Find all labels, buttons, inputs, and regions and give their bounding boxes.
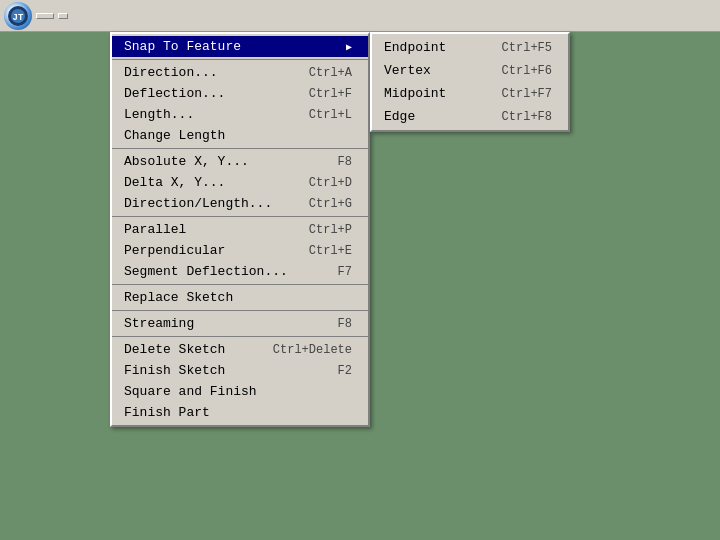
submenu-item-vertex[interactable]: VertexCtrl+F6: [372, 59, 568, 82]
menu-item-delta-x-y-[interactable]: Delta X, Y...Ctrl+D: [112, 172, 368, 193]
menu-item-finish-sketch[interactable]: Finish SketchF2: [112, 360, 368, 381]
menu-item-snap-to-feature[interactable]: Snap To Feature▶: [112, 36, 368, 57]
menu-separator: [112, 148, 368, 149]
top-bar: JT: [0, 0, 720, 32]
menu-item-shortcut: Ctrl+L: [309, 108, 352, 122]
menu-item-shortcut: F2: [338, 364, 352, 378]
menu-item-label: Change Length: [124, 128, 225, 143]
menu-item-label: Direction...: [124, 65, 218, 80]
menu-item-label: Finish Sketch: [124, 363, 225, 378]
submenu-item-midpoint[interactable]: MidpointCtrl+F7: [372, 82, 568, 105]
menu-item-segment-deflection-[interactable]: Segment Deflection...F7: [112, 261, 368, 282]
submenu-item-shortcut: Ctrl+F7: [502, 87, 552, 101]
snap-to-feature-submenu: EndpointCtrl+F5VertexCtrl+F6MidpointCtrl…: [370, 32, 570, 132]
submenu-item-shortcut: Ctrl+F6: [502, 64, 552, 78]
menu-item-shortcut: Ctrl+D: [309, 176, 352, 190]
submenu-item-label: Midpoint: [384, 86, 446, 101]
menu-item-label: Finish Part: [124, 405, 210, 420]
menu-item-label: Direction/Length...: [124, 196, 272, 211]
dropdown-arrow-button[interactable]: [58, 13, 68, 19]
menu-item-label: Length...: [124, 107, 194, 122]
menu-item-label: Replace Sketch: [124, 290, 233, 305]
submenu-item-label: Edge: [384, 109, 415, 124]
menu-item-absolute-x-y-[interactable]: Absolute X, Y...F8: [112, 151, 368, 172]
menu-separator: [112, 216, 368, 217]
submenu-item-shortcut: Ctrl+F5: [502, 41, 552, 55]
menu-item-length-[interactable]: Length...Ctrl+L: [112, 104, 368, 125]
submenu-item-shortcut: Ctrl+F8: [502, 110, 552, 124]
menu-item-shortcut: F7: [338, 265, 352, 279]
menu-item-label: Absolute X, Y...: [124, 154, 249, 169]
app-icon: JT: [4, 2, 32, 30]
menu-item-shortcut: Ctrl+G: [309, 197, 352, 211]
menu-item-square-and-finish[interactable]: Square and Finish: [112, 381, 368, 402]
menu-item-change-length[interactable]: Change Length: [112, 125, 368, 146]
menu-item-shortcut: Ctrl+F: [309, 87, 352, 101]
menu-item-label: Parallel: [124, 222, 186, 237]
menu-item-shortcut: Ctrl+P: [309, 223, 352, 237]
submenu-item-label: Vertex: [384, 63, 431, 78]
menu-item-label: Snap To Feature: [124, 39, 241, 54]
submenu-item-label: Endpoint: [384, 40, 446, 55]
menu-item-label: Delete Sketch: [124, 342, 225, 357]
menu-separator: [112, 284, 368, 285]
submenu-arrow-icon: ▶: [346, 41, 352, 53]
svg-text:JT: JT: [13, 13, 24, 23]
menu-separator: [112, 59, 368, 60]
menu-item-shortcut: F8: [338, 317, 352, 331]
menu-item-direction-[interactable]: Direction...Ctrl+A: [112, 62, 368, 83]
submenu-item-edge[interactable]: EdgeCtrl+F8: [372, 105, 568, 128]
menu-item-shortcut: F8: [338, 155, 352, 169]
menu-item-delete-sketch[interactable]: Delete SketchCtrl+Delete: [112, 339, 368, 360]
menu-item-shortcut: Ctrl+E: [309, 244, 352, 258]
main-context-menu: Snap To Feature▶Direction...Ctrl+ADeflec…: [110, 32, 370, 427]
menu-separator: [112, 310, 368, 311]
menu-item-finish-part[interactable]: Finish Part: [112, 402, 368, 423]
submenu-item-endpoint[interactable]: EndpointCtrl+F5: [372, 36, 568, 59]
menu-separator: [112, 336, 368, 337]
menu-item-label: Square and Finish: [124, 384, 257, 399]
menu-item-shortcut: Ctrl+Delete: [273, 343, 352, 357]
menu-item-shortcut: Ctrl+A: [309, 66, 352, 80]
menu-item-streaming[interactable]: StreamingF8: [112, 313, 368, 334]
menu-item-parallel[interactable]: ParallelCtrl+P: [112, 219, 368, 240]
menu-item-replace-sketch[interactable]: Replace Sketch: [112, 287, 368, 308]
menu-item-deflection-[interactable]: Deflection...Ctrl+F: [112, 83, 368, 104]
context-menu-wrapper: Snap To Feature▶Direction...Ctrl+ADeflec…: [110, 32, 570, 427]
menu-item-label: Streaming: [124, 316, 194, 331]
menu-item-label: Delta X, Y...: [124, 175, 225, 190]
menu-item-label: Segment Deflection...: [124, 264, 288, 279]
menu-item-direction-length-[interactable]: Direction/Length...Ctrl+G: [112, 193, 368, 214]
menu-item-label: Deflection...: [124, 86, 225, 101]
sketch-context-menu-button[interactable]: [36, 13, 54, 19]
menu-item-perpendicular[interactable]: PerpendicularCtrl+E: [112, 240, 368, 261]
menu-item-label: Perpendicular: [124, 243, 225, 258]
